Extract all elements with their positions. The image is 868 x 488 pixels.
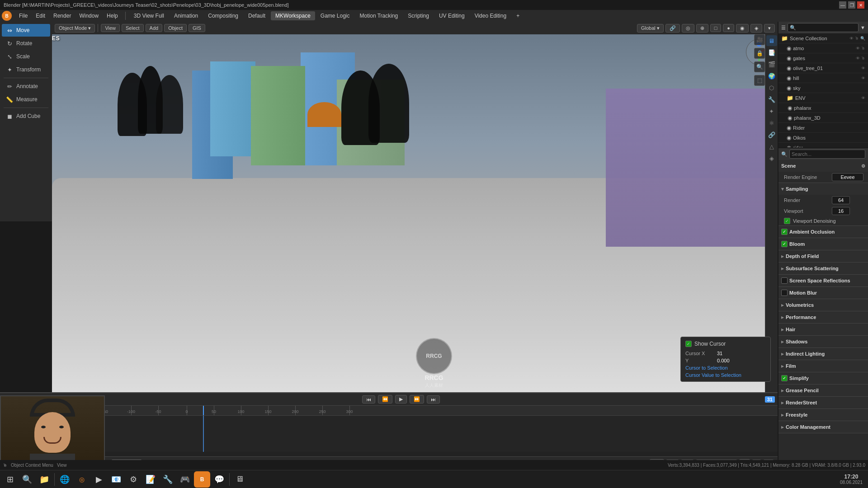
jump-start-btn[interactable]: ⏮: [362, 395, 375, 404]
select-menu[interactable]: Select: [122, 24, 144, 32]
prev-keyframe-btn[interactable]: ⏪: [378, 395, 392, 404]
outliner-hill[interactable]: ◉ hill 👁: [778, 73, 868, 83]
outliner-scene-collection[interactable]: 📁 Scene Collection 👁 🖱 🔍: [778, 33, 868, 43]
viewport-shading-extra[interactable]: ▾: [764, 24, 775, 33]
simplify-header[interactable]: ✓ Simplify: [778, 372, 868, 384]
prop-modifier-icon[interactable]: 🔧: [766, 94, 777, 105]
taskbar-game[interactable]: 🎮: [177, 471, 193, 488]
tool-move[interactable]: ⇔ Move: [2, 24, 50, 37]
prop-constraints-icon[interactable]: 🔗: [766, 129, 777, 140]
properties-search[interactable]: [789, 150, 865, 159]
snap-btn[interactable]: 🔗: [665, 24, 680, 33]
scene-header[interactable]: Scene ⚙: [778, 160, 868, 172]
workspace-default[interactable]: Default: [244, 11, 270, 20]
cm-header[interactable]: ▸ Color Management: [778, 421, 868, 433]
ao-header[interactable]: ✓ Ambient Occlusion: [778, 226, 868, 238]
workspace-gamelogic[interactable]: Game Logic: [316, 11, 354, 20]
mode-selector[interactable]: Object Mode ▾: [55, 24, 95, 33]
indirect-header[interactable]: ▸ Indirect Lighting: [778, 348, 868, 360]
workspace-compositing[interactable]: Compositing: [203, 11, 243, 20]
jump-end-btn[interactable]: ⏭: [427, 395, 440, 404]
workspace-videoediting[interactable]: Video Editing: [470, 11, 511, 20]
prop-particles-icon[interactable]: ✦: [766, 106, 777, 117]
menu-file[interactable]: File: [15, 12, 31, 20]
tool-scale[interactable]: ⤡ Scale: [2, 50, 50, 63]
render-samples-value[interactable]: 64: [832, 196, 850, 204]
prop-physics-icon[interactable]: ⚛: [766, 117, 777, 128]
outliner-search[interactable]: [788, 23, 859, 32]
workspace-scripting[interactable]: Scripting: [403, 11, 434, 20]
workspace-animation[interactable]: Animation: [170, 11, 203, 20]
sss-header[interactable]: ▸ Subsurface Scattering: [778, 263, 868, 274]
taskbar-blender[interactable]: B: [194, 471, 210, 488]
view-frame-icon[interactable]: ⬚: [754, 75, 765, 86]
tool-transform[interactable]: ✦ Transform: [2, 63, 50, 76]
viewport-shading-material[interactable]: ◉: [736, 24, 749, 33]
workspace-motiontracking[interactable]: Motion Tracking: [355, 11, 403, 20]
rs-header[interactable]: ▸ RenderStreet: [778, 397, 868, 408]
workspace-mkworkspace[interactable]: MKWorkspace: [271, 11, 315, 20]
play-btn[interactable]: ▶: [395, 395, 407, 404]
next-keyframe-btn[interactable]: ⏩: [410, 395, 424, 404]
mb-header[interactable]: Motion Blur: [778, 287, 868, 299]
taskbar-notepad[interactable]: 📝: [142, 471, 159, 488]
minimize-button[interactable]: —: [839, 1, 846, 9]
cursor-value-to-selection-link[interactable]: Cursor Value to Selection: [685, 372, 766, 378]
restore-button[interactable]: ❐: [848, 1, 855, 9]
taskbar-chat[interactable]: 💬: [211, 471, 227, 488]
viewport-shading-rendered[interactable]: ◈: [750, 24, 762, 33]
taskbar-edge[interactable]: 🌐: [57, 471, 73, 488]
outliner-rider-lower[interactable]: ◉ rider: [778, 143, 868, 147]
simplify-checkbox[interactable]: ✓: [781, 375, 788, 381]
outliner-env[interactable]: 📁 ENV 👁: [778, 93, 868, 103]
proportional-btn[interactable]: ◎: [682, 24, 694, 33]
object-menu[interactable]: Object: [164, 24, 187, 32]
ssr-checkbox[interactable]: [781, 277, 788, 284]
dof-header[interactable]: ▸ Depth of Field: [778, 250, 868, 262]
tool-add-cube[interactable]: ◼ Add Cube: [2, 110, 50, 122]
menu-window[interactable]: Window: [75, 12, 102, 20]
outliner-sky[interactable]: ◉ sky: [778, 83, 868, 93]
taskbar-files[interactable]: 📁: [36, 471, 52, 488]
show-cursor-checkbox[interactable]: ✓: [685, 341, 692, 347]
prop-scene-icon[interactable]: 🎬: [766, 59, 777, 70]
view-lock-icon[interactable]: 🔒: [754, 48, 765, 59]
vol-header[interactable]: ▸ Volumetrics: [778, 299, 868, 311]
close-button[interactable]: ✕: [857, 1, 864, 9]
ssr-header[interactable]: Screen Space Reflections: [778, 275, 868, 286]
cursor-to-selection-link[interactable]: Cursor to Selection: [685, 365, 766, 371]
prop-data-icon[interactable]: △: [766, 141, 777, 152]
menu-edit[interactable]: Edit: [32, 12, 49, 20]
mb-checkbox[interactable]: [781, 290, 788, 296]
taskbar-settings[interactable]: ⚙: [125, 471, 142, 488]
workspace-add[interactable]: +: [512, 11, 524, 20]
hair-header[interactable]: ▸ Hair: [778, 324, 868, 335]
taskbar-start[interactable]: ⊞: [2, 471, 18, 488]
taskbar-chrome[interactable]: ◎: [74, 471, 90, 488]
prop-object-icon[interactable]: ⬡: [766, 82, 777, 93]
prop-world-icon[interactable]: 🌍: [766, 70, 777, 81]
tool-measure[interactable]: 📏 Measure: [2, 93, 50, 106]
ao-checkbox[interactable]: ✓: [781, 229, 788, 235]
viewport-3d[interactable]: [52, 34, 778, 393]
current-frame-indicator[interactable]: 31: [765, 396, 775, 403]
workspace-uvediting[interactable]: UV Editing: [434, 11, 469, 20]
perf-header[interactable]: ▸ Performance: [778, 311, 868, 323]
workspace-3dviewfull[interactable]: 3D View Full: [129, 11, 169, 20]
freestyle-header[interactable]: ▸ Freestyle: [778, 409, 868, 421]
taskbar-search[interactable]: 🔍: [19, 471, 35, 488]
shadows-header[interactable]: ▸ Shadows: [778, 336, 868, 347]
outliner-rider[interactable]: ◉ Rider: [778, 123, 868, 133]
gp-header[interactable]: ▸ Grease Pencil: [778, 385, 868, 396]
render-engine-value[interactable]: Eevee: [832, 173, 863, 181]
view-search-icon[interactable]: 🔍: [754, 61, 765, 72]
prop-view-layer-icon[interactable]: 📑: [766, 47, 777, 58]
outliner-phalanx3d[interactable]: ◉ phalanx_3D: [778, 113, 868, 123]
menu-render[interactable]: Render: [50, 12, 75, 20]
outliner-oikos[interactable]: ◉ Oikos: [778, 133, 868, 143]
denoising-checkbox[interactable]: ✓: [784, 218, 790, 224]
film-header[interactable]: ▸ Film: [778, 360, 868, 372]
view-menu[interactable]: View: [101, 24, 120, 32]
bloom-header[interactable]: ✓ Bloom: [778, 238, 868, 250]
view-camera-icon[interactable]: 🎥: [754, 34, 765, 45]
